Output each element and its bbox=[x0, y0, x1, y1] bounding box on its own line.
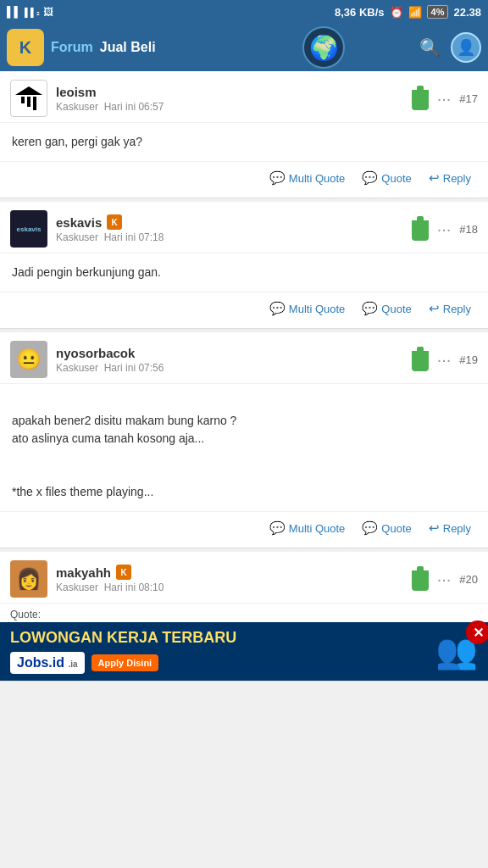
post-right-18: ··· #18 bbox=[412, 217, 478, 241]
adidas-mountain bbox=[15, 86, 42, 95]
forum-link[interactable]: Forum bbox=[51, 40, 93, 55]
navbar-center-logo: 🌍 bbox=[236, 26, 413, 69]
speed-display: 8,36 KB/s bbox=[335, 6, 385, 19]
status-bar: ▌▌ ▌▌₂ 🖼 8,36 KB/s ⏰ 📶 4% 22.38 bbox=[0, 0, 488, 24]
reply-icon-19: ↩ bbox=[429, 520, 440, 536]
navbar-links: Forum Jual Beli bbox=[51, 40, 229, 55]
more-button-17[interactable]: ··· bbox=[437, 89, 452, 108]
post-meta-18: Kaskuser Hari ini 07:18 bbox=[56, 231, 412, 243]
post-19: 😐 nyosorbacok Kaskuser Hari ini 07:56 ··… bbox=[0, 332, 488, 548]
post-right-19: ··· #19 bbox=[412, 348, 478, 371]
stripe-1 bbox=[21, 97, 25, 103]
post-right-20: ··· #20 bbox=[412, 567, 478, 591]
reply-button-18[interactable]: ↩ Reply bbox=[422, 298, 478, 320]
multiquote-button-18[interactable]: 💬 Multi Quote bbox=[263, 298, 352, 320]
wifi-icon: 📶 bbox=[408, 6, 422, 19]
globe-icon: 🌍 bbox=[309, 34, 339, 62]
jualbeli-link[interactable]: Jual Beli bbox=[100, 40, 156, 55]
username-19: nyosorbacok bbox=[56, 346, 412, 360]
post-meta-20: Kaskuser Hari ini 08:10 bbox=[56, 581, 412, 593]
quote-icon-19: 💬 bbox=[362, 520, 378, 536]
avatar-eskavis: eskavis bbox=[10, 210, 47, 248]
reply-icon-17: ↩ bbox=[429, 170, 440, 186]
post-18: eskavis eskavis K Kaskuser Hari ini 07:1… bbox=[0, 202, 488, 329]
adidas-stripes bbox=[21, 97, 36, 110]
navbar-actions: 🔍 👤 bbox=[419, 32, 481, 63]
multiquote-button-19[interactable]: 💬 Multi Quote bbox=[263, 517, 352, 539]
signal2-icon: ▌▌₂ bbox=[25, 8, 40, 17]
ad-close-button[interactable]: ✕ bbox=[466, 620, 488, 644]
more-button-19[interactable]: ··· bbox=[437, 350, 452, 370]
status-left: ▌▌ ▌▌₂ 🖼 bbox=[7, 6, 53, 18]
avatar-maky: 👩 bbox=[10, 560, 47, 598]
quote-button-19[interactable]: 💬 Quote bbox=[355, 517, 418, 539]
post-body-17: keren gan, pergi gak ya? bbox=[0, 123, 488, 161]
adidas-logo bbox=[15, 86, 42, 110]
signal-icon: ▌▌ bbox=[7, 6, 21, 18]
status-right: 8,36 KB/s ⏰ 📶 4% 22.38 bbox=[335, 5, 481, 19]
username-18: eskavis K bbox=[56, 214, 412, 230]
post-17: leoism Kaskuser Hari ini 06:57 ··· #17 k… bbox=[0, 71, 488, 198]
drink-icon-17[interactable] bbox=[412, 90, 429, 110]
ad-content: LOWONGAN KERJA TERBARU Jobs.id .ia Apply… bbox=[10, 629, 435, 674]
image-icon: 🖼 bbox=[43, 6, 53, 18]
reply-icon-18: ↩ bbox=[429, 301, 440, 316]
logo-text: K bbox=[19, 38, 31, 58]
post-number-17: #17 bbox=[459, 92, 478, 105]
drink-icon-20[interactable] bbox=[412, 570, 429, 591]
eskavis-avatar-inner: eskavis bbox=[10, 210, 47, 248]
avatar-nyosor: 😐 bbox=[10, 341, 47, 378]
jobs-logo: Jobs.id .ia bbox=[10, 652, 85, 674]
stripe-3 bbox=[33, 97, 36, 110]
post-header-19: 😐 nyosorbacok Kaskuser Hari ini 07:56 ··… bbox=[0, 332, 488, 384]
user-avatar[interactable]: 👤 bbox=[451, 32, 481, 63]
stripe-2 bbox=[27, 97, 30, 107]
multiquote-icon-19: 💬 bbox=[269, 520, 286, 536]
post-header-20: 👩 makyahh K Kaskuser Hari ini 08:10 ··· … bbox=[0, 552, 488, 604]
post-meta-19: Kaskuser Hari ini 07:56 bbox=[56, 362, 412, 374]
post-header-18: eskavis eskavis K Kaskuser Hari ini 07:1… bbox=[0, 202, 488, 253]
apply-button[interactable]: Apply Disini bbox=[92, 654, 159, 671]
author-info-19: nyosorbacok Kaskuser Hari ini 07:56 bbox=[56, 346, 412, 374]
ad-text: LOWONGAN KERJA TERBARU bbox=[10, 629, 236, 647]
post-footer-18: 💬 Multi Quote 💬 Quote ↩ Reply bbox=[0, 292, 488, 328]
battery-display: 4% bbox=[427, 5, 449, 19]
multiquote-icon-17: 💬 bbox=[269, 170, 286, 186]
avatar-image: 👤 bbox=[457, 38, 475, 57]
app-logo[interactable]: K bbox=[7, 29, 44, 66]
author-info-20: makyahh K Kaskuser Hari ini 08:10 bbox=[56, 565, 412, 593]
alarm-icon: ⏰ bbox=[390, 6, 403, 19]
quote-label: Quote: bbox=[0, 604, 488, 622]
globe-logo[interactable]: 🌍 bbox=[302, 26, 345, 69]
post-header-17: leoism Kaskuser Hari ini 06:57 ··· #17 bbox=[0, 71, 488, 123]
post-footer-17: 💬 Multi Quote 💬 Quote ↩ Reply bbox=[0, 161, 488, 198]
post-right-17: ··· #17 bbox=[412, 86, 478, 110]
search-icon[interactable]: 🔍 bbox=[419, 37, 441, 58]
author-info-17: leoism Kaskuser Hari ini 06:57 bbox=[56, 85, 412, 113]
ad-banner: ✕ LOWONGAN KERJA TERBARU Jobs.id .ia App… bbox=[0, 622, 488, 681]
multiquote-icon-18: 💬 bbox=[269, 301, 286, 316]
quote-icon-18: 💬 bbox=[362, 301, 378, 316]
drink-icon-18[interactable] bbox=[412, 220, 429, 241]
badge-eskavis: K bbox=[107, 214, 122, 230]
username-17: leoism bbox=[56, 85, 412, 99]
post-body-19: apakah bener2 disitu makam bung karno ? … bbox=[0, 384, 488, 511]
post-meta-17: Kaskuser Hari ini 06:57 bbox=[56, 101, 412, 113]
drink-icon-19[interactable] bbox=[412, 351, 429, 371]
maky-avatar-inner: 👩 bbox=[10, 560, 47, 598]
post-body-18: Jadi pengin berkunjung gan. bbox=[0, 253, 488, 292]
more-button-20[interactable]: ··· bbox=[437, 570, 452, 589]
time-display: 22.38 bbox=[453, 6, 481, 19]
more-button-18[interactable]: ··· bbox=[437, 220, 452, 239]
quote-icon-17: 💬 bbox=[362, 170, 378, 186]
badge-maky: K bbox=[116, 565, 131, 580]
post-number-18: #18 bbox=[459, 223, 478, 236]
quote-button-18[interactable]: 💬 Quote bbox=[355, 298, 418, 320]
reply-button-17[interactable]: ↩ Reply bbox=[422, 167, 478, 189]
multiquote-button-17[interactable]: 💬 Multi Quote bbox=[263, 167, 352, 189]
post-footer-19: 💬 Multi Quote 💬 Quote ↩ Reply bbox=[0, 511, 488, 548]
reply-button-19[interactable]: ↩ Reply bbox=[422, 517, 478, 539]
quote-button-17[interactable]: 💬 Quote bbox=[355, 167, 418, 189]
navbar: K Forum Jual Beli 🌍 🔍 👤 bbox=[0, 24, 488, 71]
post-number-19: #19 bbox=[459, 353, 478, 366]
